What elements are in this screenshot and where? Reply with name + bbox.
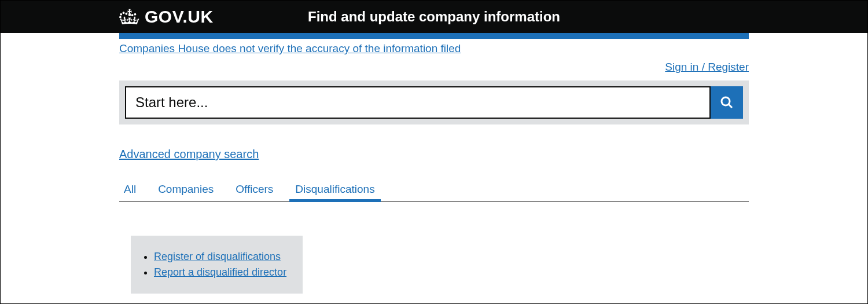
search-icon <box>720 96 734 109</box>
svg-line-1 <box>729 104 732 108</box>
tabs: All Companies Officers Disqualifications <box>119 177 749 202</box>
blue-bar <box>119 33 749 39</box>
report-director-link[interactable]: Report a disqualified director <box>154 266 286 278</box>
info-box: Register of disqualifications Report a d… <box>131 236 303 294</box>
sign-in-link[interactable]: Sign in / Register <box>665 61 749 73</box>
header-title: Find and update company information <box>308 9 560 25</box>
register-disqualifications-link[interactable]: Register of disqualifications <box>154 251 281 262</box>
tab-companies[interactable]: Companies <box>158 177 214 202</box>
govuk-text: GOV.UK <box>145 7 214 27</box>
govuk-logo[interactable]: GOV.UK <box>119 7 214 27</box>
tab-officers[interactable]: Officers <box>236 177 273 202</box>
crown-icon <box>119 8 140 25</box>
search-input[interactable] <box>125 86 711 119</box>
search-button[interactable] <box>711 86 743 119</box>
search-wrapper <box>119 80 749 124</box>
list-item: Report a disqualified director <box>154 266 286 279</box>
tab-disqualifications[interactable]: Disqualifications <box>295 177 374 202</box>
header: GOV.UK Find and update company informati… <box>1 1 867 33</box>
sign-in-row: Sign in / Register <box>119 61 749 74</box>
main-content: Companies House does not verify the accu… <box>1 39 867 294</box>
advanced-search-link[interactable]: Advanced company search <box>119 148 259 161</box>
list-item: Register of disqualifications <box>154 251 286 263</box>
disclaimer-link[interactable]: Companies House does not verify the accu… <box>119 42 461 55</box>
svg-point-0 <box>722 97 730 105</box>
tab-all[interactable]: All <box>124 177 136 202</box>
